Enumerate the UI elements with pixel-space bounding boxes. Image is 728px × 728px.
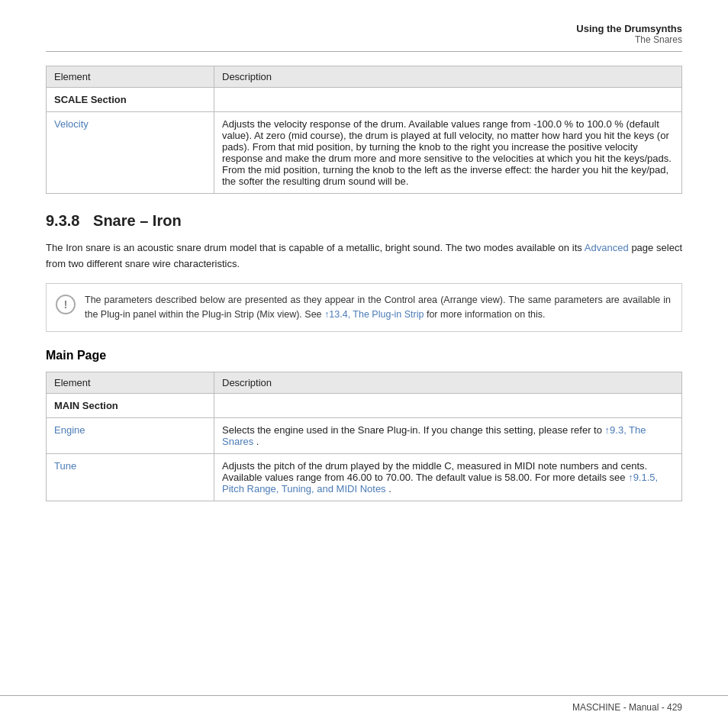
engine-cell: Engine (47, 418, 214, 454)
header-title: Using the Drumsynths (46, 23, 682, 34)
plugin-strip-link[interactable]: ↑13.4, The Plug-in Strip (324, 309, 424, 320)
main-table-col-element: Element (47, 372, 214, 394)
main-section-desc (214, 394, 682, 418)
engine-desc-before: Selects the engine used in the Snare Plu… (222, 424, 602, 436)
table-col-description: Description (214, 66, 682, 88)
advanced-link[interactable]: Advanced (585, 242, 629, 253)
footer-text: MASCHINE - Manual - 429 (572, 702, 682, 713)
page-wrapper: Using the Drumsynths The Snares Element … (0, 0, 728, 550)
velocity-cell: Velocity (47, 112, 214, 194)
table-row: Velocity Adjusts the velocity response o… (47, 112, 682, 194)
main-page-heading: Main Page (46, 349, 682, 362)
tune-description: Adjusts the pitch of the drum played by … (214, 454, 682, 501)
table-row: Engine Selects the engine used in the Sn… (47, 418, 682, 454)
page-footer: MASCHINE - Manual - 429 (0, 695, 728, 713)
main-table-col-description: Description (214, 372, 682, 394)
main-section-label: MAIN Section (47, 394, 214, 418)
scale-section-desc (214, 88, 682, 112)
tune-desc-before: Adjusts the pitch of the drum played by … (222, 460, 647, 483)
info-text-after: for more information on this. (427, 309, 546, 320)
body-text-before: The Iron snare is an acoustic snare drum… (46, 242, 582, 253)
table-row: Tune Adjusts the pitch of the drum playe… (47, 454, 682, 501)
table-col-element: Element (47, 66, 214, 88)
info-box: ! The parameters described below are pre… (46, 283, 682, 333)
engine-description: Selects the engine used in the Snare Plu… (214, 418, 682, 454)
scale-section-table: Element Description SCALE Section Veloci… (46, 66, 682, 194)
table-row: SCALE Section (47, 88, 682, 112)
velocity-description: Adjusts the velocity response of the dru… (214, 112, 682, 194)
info-icon: ! (56, 295, 76, 314)
section-title: Snare – Iron (93, 212, 182, 229)
table-row: MAIN Section (47, 394, 682, 418)
tune-cell: Tune (47, 454, 214, 501)
section-body-text: The Iron snare is an acoustic snare drum… (46, 240, 682, 272)
velocity-link[interactable]: Velocity (54, 118, 89, 130)
tune-link[interactable]: Tune (54, 460, 76, 472)
tune-desc-after: . (388, 483, 391, 494)
section-heading: 9.3.8 Snare – Iron (46, 212, 682, 230)
engine-desc-after: . (256, 436, 259, 447)
main-page-table: Element Description MAIN Section Engine … (46, 372, 682, 501)
scale-section-label: SCALE Section (47, 88, 214, 112)
header-subtitle: The Snares (46, 34, 682, 45)
page-header: Using the Drumsynths The Snares (46, 23, 682, 52)
section-number: 9.3.8 (46, 212, 79, 229)
engine-link[interactable]: Engine (54, 424, 85, 436)
